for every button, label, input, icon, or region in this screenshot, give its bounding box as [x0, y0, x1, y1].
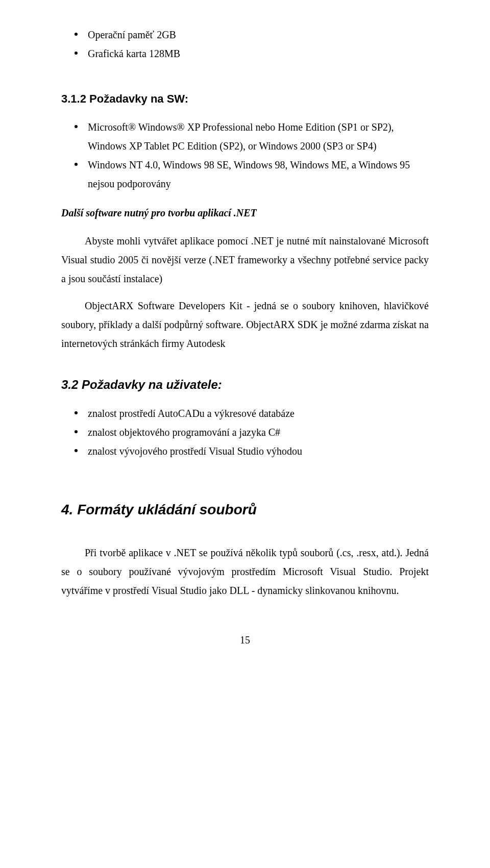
list-item-text: znalost prostředí AutoCADu a výkresové d…	[88, 408, 295, 419]
list-item: znalost prostředí AutoCADu a výkresové d…	[61, 404, 429, 423]
user-bullet-list: znalost prostředí AutoCADu a výkresové d…	[61, 404, 429, 461]
list-item-text: Operační paměť 2GB	[88, 29, 176, 40]
heading-4: 4. Formáty ukládání souborů	[61, 497, 429, 523]
list-item-text: Microsoft® Windows® XP Professional nebo…	[88, 121, 394, 152]
top-bullet-list: Operační paměť 2GB Grafická karta 128MB	[61, 26, 429, 63]
heading-3-1-2: 3.1.2 Požadavky na SW:	[61, 89, 429, 110]
paragraph: ObjectARX Software Developers Kit - jedn…	[61, 296, 429, 353]
subheading-italic: Další software nutný pro tvorbu aplikací…	[61, 204, 429, 222]
list-item-text: Grafická karta 128MB	[88, 48, 180, 59]
list-item: znalost objektového programování a jazyk…	[61, 423, 429, 442]
list-item-text: Windows NT 4.0, Windows 98 SE, Windows 9…	[88, 159, 410, 189]
list-item: Operační paměť 2GB	[61, 26, 429, 44]
page-number: 15	[61, 631, 429, 650]
list-item: znalost vývojového prostředí Visual Stud…	[61, 442, 429, 461]
sw-bullet-list: Microsoft® Windows® XP Professional nebo…	[61, 118, 429, 193]
list-item: Windows NT 4.0, Windows 98 SE, Windows 9…	[61, 156, 429, 193]
list-item-text: znalost objektového programování a jazyk…	[88, 427, 280, 438]
list-item: Grafická karta 128MB	[61, 44, 429, 63]
paragraph: Abyste mohli vytvářet aplikace pomocí .N…	[61, 232, 429, 288]
document-page: Operační paměť 2GB Grafická karta 128MB …	[0, 0, 490, 680]
paragraph: Při tvorbě aplikace v .NET se používá ně…	[61, 543, 429, 600]
heading-3-2: 3.2 Požadavky na uživatele:	[61, 374, 429, 396]
list-item: Microsoft® Windows® XP Professional nebo…	[61, 118, 429, 156]
list-item-text: znalost vývojového prostředí Visual Stud…	[88, 445, 302, 457]
